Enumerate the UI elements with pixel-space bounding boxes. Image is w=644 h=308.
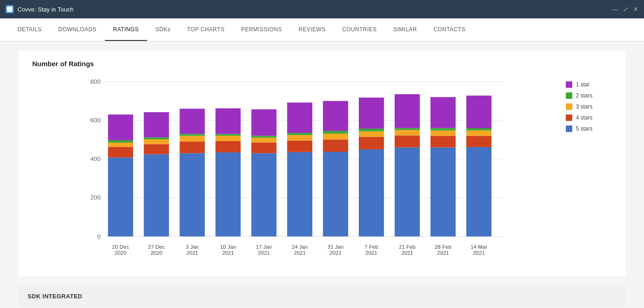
bar-7-1star [359, 97, 384, 129]
nav-item-permissions[interactable]: PERMISSIONS [233, 18, 290, 41]
bar-6-4star [323, 139, 348, 152]
nav-item-details[interactable]: DETAILS [9, 18, 50, 41]
chart-area: 800 600 400 200 0 [32, 77, 557, 262]
bar-8-4star [395, 136, 420, 148]
legend-2stars: 2 stars [566, 92, 612, 99]
chart-legend: 1 star 2 stars 3 stars 4 stars 5 stars [566, 77, 612, 262]
chart-section: Number of Ratings 800 600 400 [18, 51, 626, 276]
bar-9-3star [431, 131, 456, 136]
svg-text:2021: 2021 [437, 250, 449, 256]
sdk-section: SDK INTEGRATED [18, 285, 626, 307]
bar-3-4star [215, 141, 241, 152]
svg-text:27 Dec: 27 Dec [148, 244, 165, 250]
nav-item-downloads[interactable]: DOWNLOADS [50, 18, 105, 41]
svg-text:21 Feb: 21 Feb [399, 244, 415, 250]
title-bar: Covve: Stay in Touch — ⤢ ✕ [0, 0, 644, 18]
bar-10-5star [466, 147, 492, 237]
svg-text:20 Dec: 20 Dec [112, 244, 129, 250]
nav-bar: DETAILS DOWNLOADS RATINGS SDKs TOP CHART… [0, 18, 644, 41]
bar-6-2star [323, 131, 348, 134]
maximize-button[interactable]: ⤢ [623, 6, 628, 12]
legend-5stars-color [566, 125, 572, 132]
legend-3stars: 3 stars [566, 103, 612, 110]
legend-1star: 1 star [566, 81, 612, 88]
legend-5stars: 5 stars [566, 125, 612, 132]
nav-item-sdks[interactable]: SDKs [147, 18, 179, 41]
bar-8-2star [395, 128, 420, 130]
svg-text:2021: 2021 [366, 250, 378, 256]
legend-5stars-label: 5 stars [576, 125, 592, 132]
bar-1-5star [144, 154, 169, 236]
svg-text:2021: 2021 [222, 250, 234, 256]
bar-5-3star [287, 135, 312, 141]
nav-item-countries[interactable]: COUNTRIES [334, 18, 385, 41]
minimize-button[interactable]: — [612, 6, 618, 12]
bar-5-2star [287, 133, 312, 135]
svg-text:3 Jan: 3 Jan [186, 244, 199, 250]
svg-text:200: 200 [90, 194, 101, 201]
nav-item-similar[interactable]: SIMILAR [385, 18, 426, 41]
svg-text:400: 400 [90, 155, 101, 162]
svg-text:31 Jan: 31 Jan [328, 244, 344, 250]
bar-8-1star [395, 94, 420, 128]
nav-item-contacts[interactable]: CONTACTS [426, 18, 474, 41]
svg-text:2020: 2020 [115, 250, 126, 256]
bar-7-5star [359, 149, 384, 236]
bar-10-3star [466, 131, 492, 136]
bar-1-1star [144, 112, 169, 137]
main-content: Number of Ratings 800 600 400 [0, 41, 644, 308]
chart-title: Number of Ratings [32, 60, 612, 68]
bar-4-4star [251, 143, 276, 153]
legend-4stars-color [566, 114, 572, 121]
bar-10-1star [466, 96, 492, 128]
bar-0-2star [108, 140, 133, 143]
bar-8-5star [395, 148, 420, 237]
legend-1star-color [566, 81, 572, 88]
bar-3-2star [215, 134, 241, 136]
sdk-section-title: SDK INTEGRATED [28, 293, 616, 300]
legend-2stars-color [566, 92, 572, 99]
bar-5-4star [287, 141, 312, 152]
bar-1-4star [144, 144, 169, 154]
bar-6-5star [323, 152, 348, 236]
svg-text:2021: 2021 [186, 250, 198, 256]
bar-chart-svg: 800 600 400 200 0 [32, 77, 557, 261]
bar-7-2star [359, 129, 384, 131]
bar-7-4star [359, 137, 384, 149]
nav-item-top-charts[interactable]: TOP CHARTS [178, 18, 233, 41]
bar-9-5star [431, 148, 456, 237]
svg-text:2020: 2020 [150, 250, 162, 256]
bar-2-3star [180, 136, 205, 142]
legend-2stars-label: 2 stars [576, 92, 592, 99]
bar-9-4star [431, 136, 456, 147]
bar-9-2star [431, 128, 456, 131]
bar-4-5star [251, 153, 276, 236]
legend-3stars-color [566, 103, 572, 110]
bar-4-3star [251, 138, 276, 143]
svg-text:2021: 2021 [330, 250, 342, 256]
bar-6-1star [323, 101, 348, 131]
bar-9-1star [431, 97, 456, 128]
legend-4stars: 4 stars [566, 114, 612, 121]
bar-3-1star [215, 108, 241, 134]
close-button[interactable]: ✕ [633, 6, 638, 12]
bar-0-5star [108, 158, 133, 237]
svg-text:0: 0 [97, 233, 101, 240]
svg-rect-0 [7, 6, 12, 12]
bar-10-2star [466, 128, 492, 131]
bar-5-1star [287, 103, 312, 133]
title-bar-left: Covve: Stay in Touch [6, 5, 74, 13]
bar-4-1star [251, 109, 276, 136]
nav-item-reviews[interactable]: REVIEWS [290, 18, 334, 41]
legend-1star-label: 1 star [576, 81, 590, 88]
bar-0-4star [108, 147, 133, 157]
svg-text:2021: 2021 [401, 250, 413, 256]
bar-10-4star [466, 136, 492, 147]
bar-3-3star [215, 136, 241, 141]
bar-5-5star [287, 152, 312, 237]
svg-text:2021: 2021 [473, 250, 485, 256]
bar-2-5star [180, 153, 205, 236]
app-icon [6, 5, 14, 13]
chart-container: 800 600 400 200 0 [32, 77, 612, 262]
nav-item-ratings[interactable]: RATINGS [105, 18, 147, 41]
